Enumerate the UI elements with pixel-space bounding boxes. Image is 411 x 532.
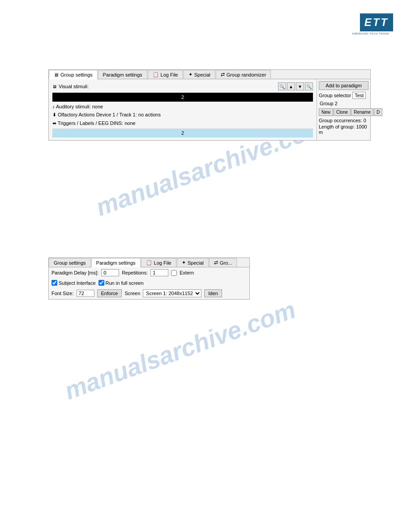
occurrences-line: Group occurrences: 0 [319,118,368,123]
tab-paradigm-settings-label: Paradigm settings [103,72,142,77]
tab-paradigm-settings[interactable]: Paradigm settings [98,70,147,79]
triggers-icon: ⬌ [52,120,56,126]
tab-bottom-special[interactable]: ✦ Special [177,258,209,267]
visual-stimuli-icon: 🖥 [52,84,57,89]
search-button-left[interactable]: 🔍 [278,82,286,90]
tab-bottom-log-file[interactable]: 📋 Log File [141,258,176,267]
triggers-row: ⬌ Triggers / Labels / EEG DINS: none [51,119,315,128]
olfactory-row: ⬇ Olfactory Actions Device 1 / Track 1: … [51,111,315,119]
occurrences-value: 0 [364,118,366,123]
auditory-icon: ♪ [52,104,55,109]
subject-interface-label: Subject Interface [59,280,96,286]
paradigm-delay-input[interactable] [101,269,119,276]
paradigm-delay-row: Paradigm Delay [ms]: Repetitions: Extern [49,267,249,278]
extern-label: Extern [180,270,194,275]
paradigm-delay-label: Paradigm Delay [ms]: [51,270,98,275]
repetitions-label: Repetitions: [122,270,148,275]
tab-bottom-group-randomizer-label: Gro... [220,260,232,266]
tab-bottom-paradigm-settings-label: Paradigm settings [96,260,136,266]
tab-bottom-special-icon: ✦ [182,260,186,266]
run-fullscreen-label: Run in full screen [106,280,144,286]
run-fullscreen-label-group[interactable]: Run in full screen [98,280,144,286]
font-size-input[interactable] [77,290,94,297]
screen-label: Screen [124,291,140,296]
tab-bottom-group-settings-label: Group settings [54,260,86,266]
panel-top-right: Add to paradigm Group selector Test Grou… [317,79,370,140]
search-button-right[interactable]: 🔍 [305,82,313,90]
tab-bottom-special-label: Special [188,260,204,266]
tab-group-settings[interactable]: 🖥 Group settings [49,70,98,79]
clone-button[interactable]: Clone [334,108,351,116]
olfactory-icon: ⬇ [52,112,56,117]
tab-bottom-group-settings[interactable]: Group settings [49,258,91,267]
nav-up-button[interactable]: ▲ [287,82,295,90]
add-to-paradigm-button[interactable]: Add to paradigm [319,81,368,90]
visual-stimuli-row: 🖥 Visual stimuli: 🔍 ▲ ▼ 🔍 [51,81,315,92]
tab-log-file-icon: 📋 [153,72,159,77]
tab-bar-top: 🖥 Group settings Paradigm settings 📋 Log… [49,70,370,79]
stimulus-bar-black: 2 [52,93,313,102]
tab-group-randomizer-label: Group randomizer [227,72,266,77]
stimulus-bar-black-value: 2 [181,94,184,100]
tab-bottom-log-icon: 📋 [146,260,152,266]
delete-button[interactable]: D [374,108,382,116]
stimulus-bar-blue-value: 2 [181,130,184,136]
subject-interface-label-group[interactable]: Subject Interface [51,280,96,286]
group-selector-value: Test [352,92,366,99]
extern-checkbox[interactable] [171,270,177,276]
watermark-2: manualsarchive.com [60,295,299,405]
enforce-button[interactable]: Enforce [97,289,122,297]
tab-bottom-group-randomizer[interactable]: ⇄ Gro... [209,258,237,267]
tab-special[interactable]: ✦ Special [184,70,215,79]
tab-bottom-log-label: Log File [154,260,171,266]
tab-bottom-paradigm-settings[interactable]: Paradigm settings [91,258,141,267]
tab-bottom-group-randomizer-icon: ⇄ [214,260,218,266]
panel-top: 🖥 Group settings Paradigm settings 📋 Log… [48,69,371,141]
olfactory-label: Olfactory Actions Device 1 / Track 1: no… [58,112,161,117]
subject-interface-checkbox[interactable] [51,280,57,286]
tab-group-randomizer[interactable]: ⇄ Group randomizer [216,70,271,79]
panel-top-left: 🖥 Visual stimuli: 🔍 ▲ ▼ 🔍 2 ♪ Auditory s… [49,79,317,140]
tab-group-settings-label: Group settings [60,72,93,77]
tab-special-icon: ✦ [188,72,193,77]
logo-text: ETT [364,16,389,28]
subject-interface-row: Subject Interface Run in full screen [49,278,249,287]
run-fullscreen-checkbox[interactable] [98,280,104,286]
tab-log-file[interactable]: 📋 Log File [148,70,183,79]
rename-button[interactable]: Rename [351,108,373,116]
length-line: Length of group: 1000 m [319,124,368,135]
stimulus-bar-blue: 2 [52,129,313,137]
group-selector-row: Group selector Test [319,92,368,99]
tab-bar-bottom: Group settings Paradigm settings 📋 Log F… [49,258,249,267]
group-selector-label: Group selector [319,93,351,98]
tab-log-file-label: Log File [161,72,178,77]
tab-group-randomizer-icon: ⇄ [221,72,225,77]
tab-group-settings-icon: 🖥 [54,72,59,77]
length-label: Length of group: [319,124,355,129]
nav-down-button[interactable]: ▼ [296,82,304,90]
action-buttons-row: New Clone Rename D [319,108,368,116]
logo-subtitle: EMERGING TECH TRANS [348,32,393,35]
panel-bottom: Group settings Paradigm settings 📋 Log F… [48,257,250,300]
logo: ETT EMERGING TECH TRANS [348,13,393,38]
iden-button[interactable]: Iden [204,289,222,297]
occurrences-label: Group occurrences: [319,118,362,123]
repetitions-input[interactable] [150,269,168,276]
panel-top-content: 🖥 Visual stimuli: 🔍 ▲ ▼ 🔍 2 ♪ Auditory s… [49,79,370,140]
screen-select[interactable]: Screen 1: 2048x1152 [143,289,201,297]
new-button[interactable]: New [319,108,333,116]
auditory-label: Auditory stimuli: none [56,104,103,109]
font-size-row: Font Size: Enforce Screen Screen 1: 2048… [49,287,249,299]
group-name: Group 2 [319,100,368,107]
tab-special-label: Special [194,72,210,77]
font-size-label: Font Size: [51,291,74,296]
triggers-label: Triggers / Labels / EEG DINS: none [58,120,136,126]
visual-stimuli-label: Visual stimuli: [59,84,89,89]
auditory-row: ♪ Auditory stimuli: none [51,103,315,111]
